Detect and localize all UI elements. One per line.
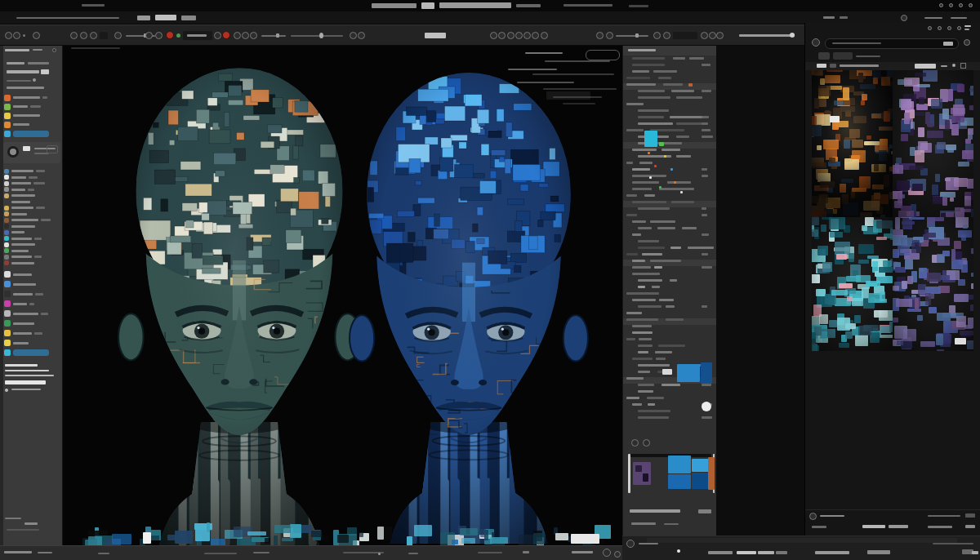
property-row[interactable] [623,273,716,279]
stop-button[interactable] [222,31,230,39]
property-row[interactable] [623,201,716,207]
property-row[interactable] [623,83,716,90]
property-row[interactable] [623,109,716,116]
property-row[interactable] [623,253,716,260]
list-item[interactable] [4,102,61,111]
list-item[interactable] [4,242,61,248]
gallery-header-icon[interactable] [957,26,961,30]
slider-handle[interactable] [790,33,795,38]
tool-button[interactable] [350,32,357,39]
property-row[interactable] [623,122,716,129]
property-row[interactable] [623,286,716,292]
gallery-search-input[interactable] [825,38,959,49]
property-row[interactable] [623,416,716,423]
property-row[interactable] [623,390,716,397]
tool-button[interactable] [90,32,97,39]
tool-button[interactable] [33,32,40,39]
tool-button[interactable] [5,32,12,39]
list-item[interactable] [4,229,61,236]
gallery-settings-icon[interactable] [964,39,970,46]
window-control-icon[interactable] [969,3,973,7]
property-row[interactable] [623,260,716,266]
list-item[interactable] [4,199,61,206]
list-item[interactable] [4,328,61,338]
view-chip[interactable] [830,64,836,68]
property-row[interactable] [623,194,716,201]
tool-button[interactable] [242,32,249,39]
window-control-icon[interactable] [959,3,963,7]
rotation-dial-icon[interactable] [7,146,19,158]
value-chip[interactable] [425,33,446,38]
selected-swatch[interactable] [644,131,657,147]
tool-button[interactable] [515,32,523,39]
slider[interactable] [291,35,343,37]
tool-button[interactable] [709,32,716,39]
list-item[interactable] [4,318,61,328]
property-row[interactable] [623,142,716,149]
slider-handle[interactable] [276,33,279,38]
list-item[interactable] [4,211,61,218]
tool-button[interactable] [234,32,241,39]
status-icon[interactable] [603,549,611,557]
value-chip[interactable] [41,69,49,74]
property-row[interactable] [623,77,716,83]
tool-button[interactable] [358,32,365,39]
panel-icon[interactable] [643,439,650,447]
slider-handle[interactable] [635,33,639,38]
property-row[interactable] [623,318,716,325]
list-item[interactable] [4,260,61,267]
property-row[interactable] [623,299,716,305]
property-row[interactable] [623,90,716,96]
property-row[interactable] [623,188,716,194]
property-row[interactable] [623,325,716,331]
list-item[interactable] [4,248,61,255]
option-box[interactable] [47,145,58,153]
property-row[interactable] [623,410,716,416]
tool-button[interactable] [663,32,670,39]
panel-header-icon[interactable] [52,48,56,52]
canvas-viewport[interactable] [63,46,622,545]
panel-icon[interactable] [631,439,639,447]
property-row[interactable] [623,220,716,227]
property-row[interactable] [623,136,716,142]
list-item[interactable] [4,93,61,102]
tool-button[interactable] [80,32,87,39]
tool-button[interactable] [596,32,604,39]
tool-button[interactable] [523,32,531,39]
list-item[interactable] [4,175,61,181]
property-row[interactable] [623,331,716,338]
property-row[interactable] [623,168,716,175]
tool-button[interactable] [250,32,257,39]
list-item[interactable] [4,338,61,348]
view-chip[interactable] [817,64,826,68]
tool-button[interactable] [507,32,514,39]
slider-handle[interactable] [33,78,36,82]
tool-button[interactable] [541,32,548,39]
status-icon[interactable] [614,551,621,558]
property-row[interactable] [623,96,716,103]
property-row[interactable] [623,351,716,358]
filter-chip[interactable] [818,52,830,60]
list-item[interactable] [4,309,61,318]
record-button[interactable] [166,31,174,39]
list-item[interactable] [4,289,61,299]
minimize-icon[interactable] [941,65,947,67]
window-control-icon[interactable] [939,3,943,7]
list-item[interactable] [4,111,61,120]
list-item[interactable] [4,236,61,242]
tool-button[interactable] [701,32,708,39]
list-item[interactable] [4,193,61,199]
property-row[interactable] [623,70,716,77]
tool-button[interactable] [498,32,506,39]
property-row[interactable] [623,207,716,214]
gallery-thumbnail-violet-mosaic-cityscape[interactable] [893,70,973,217]
list-item[interactable] [4,180,61,187]
grid-view-icon[interactable] [960,63,966,69]
property-row[interactable] [623,162,716,168]
list-item[interactable] [4,187,61,193]
highlight-block[interactable] [701,362,712,384]
value-chip[interactable] [673,32,697,39]
property-row[interactable] [623,233,716,240]
gallery-header-icon[interactable] [947,26,951,30]
value-chip[interactable] [100,32,108,39]
